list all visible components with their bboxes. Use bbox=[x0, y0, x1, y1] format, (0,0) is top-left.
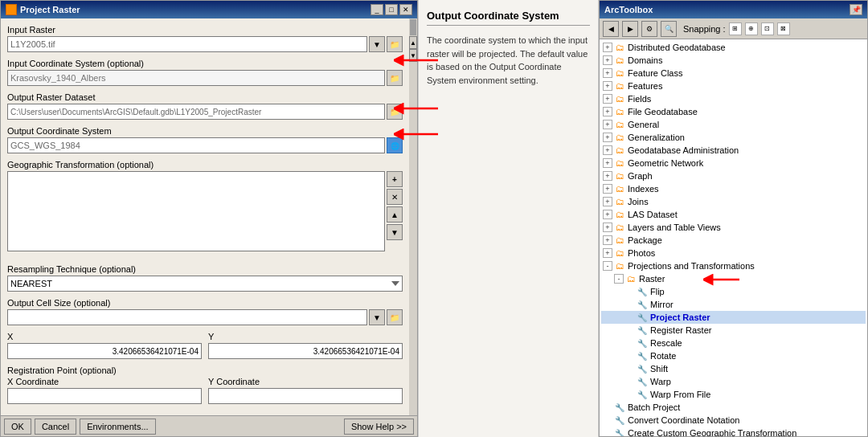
environments-button[interactable]: Environments... bbox=[80, 419, 155, 435]
transform-del-btn[interactable]: ✕ bbox=[387, 189, 403, 205]
scroll-down-btn[interactable]: ▼ bbox=[409, 49, 417, 62]
tree-expand-geometric-network[interactable]: + bbox=[603, 158, 612, 168]
output-dataset-input[interactable] bbox=[7, 104, 385, 120]
tree-item-rescale[interactable]: 🔧Rescale bbox=[601, 337, 866, 349]
tree-item-warp-from-file[interactable]: 🔧Warp From File bbox=[601, 388, 866, 401]
tree-item-fields[interactable]: +🗂Fields bbox=[601, 92, 866, 105]
tree-expand-distributed-geodatabase[interactable]: + bbox=[603, 43, 612, 52]
tree-item-joins[interactable]: +🗂Joins bbox=[601, 195, 866, 208]
output-dataset-row: 📁 bbox=[7, 104, 403, 120]
tree-item-layers-table-views[interactable]: +🗂Layers and Table Views bbox=[601, 221, 866, 234]
resampling-group: Resampling Technique (optional) NEAREST … bbox=[7, 264, 403, 292]
maximize-button[interactable]: □ bbox=[385, 4, 398, 15]
tree-expand-joins[interactable]: + bbox=[603, 197, 612, 206]
arc-options-btn[interactable]: ⚙ bbox=[641, 21, 657, 37]
snap-icon-4[interactable]: ⊠ bbox=[777, 22, 790, 35]
geo-transform-box bbox=[7, 171, 385, 251]
transform-add-btn[interactable]: + bbox=[387, 171, 403, 187]
output-dataset-browse[interactable]: 📁 bbox=[387, 104, 403, 120]
close-button[interactable]: ✕ bbox=[399, 4, 412, 15]
transform-up-btn[interactable]: ▲ bbox=[387, 206, 403, 223]
tree-item-warp[interactable]: 🔧Warp bbox=[601, 375, 866, 388]
resampling-select[interactable]: NEAREST BILINEAR CUBIC MAJORITY bbox=[7, 276, 403, 292]
tree-item-geometric-network[interactable]: +🗂Geometric Network bbox=[601, 157, 866, 169]
arc-back-btn[interactable]: ◀ bbox=[603, 21, 619, 37]
tree-expand-geodatabase-admin[interactable]: + bbox=[603, 145, 612, 155]
tree-item-convert-coordinate-notation[interactable]: 🔧Convert Coordinate Notation bbox=[601, 414, 866, 427]
tree-expand-general[interactable]: + bbox=[603, 120, 612, 129]
output-coord-btn[interactable]: 🌐 bbox=[387, 137, 403, 153]
tree-label-rotate: Rotate bbox=[650, 351, 676, 361]
y-input[interactable] bbox=[208, 343, 403, 359]
tree-item-indexes[interactable]: +🗂Indexes bbox=[601, 182, 866, 195]
arctoolbox-title: ArcToolbox bbox=[604, 5, 653, 14]
y-coord-input[interactable] bbox=[208, 388, 403, 404]
x-input[interactable] bbox=[7, 343, 202, 359]
tree-item-photos[interactable]: +🗂Photos bbox=[601, 247, 866, 259]
tree-item-project-raster[interactable]: 🔧Project Raster bbox=[601, 311, 866, 324]
cancel-button[interactable]: Cancel bbox=[35, 419, 76, 435]
info-title: Output Coordinate System bbox=[427, 10, 590, 26]
tree-label-photos: Photos bbox=[628, 248, 655, 258]
window-title: Project Raster bbox=[20, 5, 80, 14]
tree-expand-graph[interactable]: + bbox=[603, 171, 612, 181]
tree-item-batch-project[interactable]: 🔧Batch Project bbox=[601, 401, 866, 414]
output-coord-group: Output Coordinate System 🌐 bbox=[7, 126, 403, 153]
scroll-up-btn[interactable]: ▲ bbox=[409, 36, 417, 49]
tree-expand-feature-class[interactable]: + bbox=[603, 68, 612, 78]
minimize-button[interactable]: _ bbox=[371, 4, 383, 15]
tree-expand-projections-transformations[interactable]: - bbox=[603, 261, 612, 271]
arc-search-btn[interactable]: 🔍 bbox=[661, 21, 677, 37]
cell-size-input[interactable] bbox=[7, 309, 367, 325]
tree-item-shift[interactable]: 🔧Shift bbox=[601, 362, 866, 375]
tree-item-generalization[interactable]: +🗂Generalization bbox=[601, 131, 866, 144]
input-coord-input[interactable] bbox=[7, 70, 385, 86]
tree-item-features[interactable]: +🗂Features bbox=[601, 80, 866, 92]
tree-item-feature-class[interactable]: +🗂Feature Class bbox=[601, 67, 866, 80]
x-coord-input[interactable] bbox=[7, 388, 202, 404]
tree-label-geodatabase-admin: Geodatabase Administration bbox=[628, 145, 739, 155]
tree-item-package[interactable]: +🗂Package bbox=[601, 234, 866, 247]
tree-expand-file-geodatabase[interactable]: + bbox=[603, 107, 612, 116]
tree-item-las-dataset[interactable]: +🗂LAS Dataset bbox=[601, 208, 866, 221]
input-raster-browse[interactable]: 📁 bbox=[387, 36, 403, 52]
tree-item-graph[interactable]: +🗂Graph bbox=[601, 169, 866, 182]
form-scrollbar[interactable]: ▲ ▼ bbox=[409, 18, 417, 415]
snap-icon-3[interactable]: ⊡ bbox=[761, 22, 774, 35]
tree-expand-generalization[interactable]: + bbox=[603, 133, 612, 142]
arc-pin-btn[interactable]: 📌 bbox=[850, 4, 862, 15]
cell-size-btn[interactable]: ▼ bbox=[369, 309, 385, 325]
show-help-button[interactable]: Show Help >> bbox=[344, 419, 414, 435]
input-raster-dropdown[interactable]: ▼ bbox=[369, 36, 385, 52]
tree-expand-features[interactable]: + bbox=[603, 81, 612, 91]
tree-expand-fields[interactable]: + bbox=[603, 94, 612, 104]
tree-expand-las-dataset[interactable]: + bbox=[603, 210, 612, 219]
snap-icon-2[interactable]: ⊕ bbox=[745, 22, 758, 35]
tree-item-create-custom-geo[interactable]: 🔧Create Custom Geographic Transformation bbox=[601, 427, 866, 436]
tree-expand-package[interactable]: + bbox=[603, 235, 612, 245]
output-coord-input[interactable] bbox=[7, 137, 385, 153]
input-raster-input[interactable] bbox=[7, 36, 367, 52]
tree-item-rotate[interactable]: 🔧Rotate bbox=[601, 349, 866, 362]
tree-item-register-raster[interactable]: 🔧Register Raster bbox=[601, 324, 866, 337]
tree-item-domains[interactable]: +🗂Domains bbox=[601, 54, 866, 67]
tree-item-distributed-geodatabase[interactable]: +🗂Distributed Geodatabase bbox=[601, 41, 866, 54]
tree-expand-domains[interactable]: + bbox=[603, 55, 612, 65]
tree-item-geodatabase-admin[interactable]: +🗂Geodatabase Administration bbox=[601, 144, 866, 157]
tree-expand-photos[interactable]: + bbox=[603, 248, 612, 258]
tree-expand-raster-sub[interactable]: - bbox=[614, 274, 624, 284]
tree-item-projections-transformations[interactable]: -🗂Projections and Transformations bbox=[601, 259, 866, 272]
tree-item-general[interactable]: +🗂General bbox=[601, 118, 866, 131]
arc-forward-btn[interactable]: ▶ bbox=[622, 21, 638, 37]
tree-expand-layers-table-views[interactable]: + bbox=[603, 223, 612, 232]
tree-item-raster-sub[interactable]: -🗂Raster bbox=[601, 272, 866, 285]
tree-item-file-geodatabase[interactable]: +🗂File Geodatabase bbox=[601, 105, 866, 118]
snap-icon-1[interactable]: ⊞ bbox=[729, 22, 742, 35]
ok-button[interactable]: OK bbox=[4, 419, 31, 435]
input-coord-browse[interactable]: 📁 bbox=[387, 70, 403, 86]
cell-size-browse[interactable]: 📁 bbox=[387, 309, 403, 325]
tree-expand-indexes[interactable]: + bbox=[603, 184, 612, 194]
transform-down-btn[interactable]: ▼ bbox=[387, 224, 403, 240]
tree-item-flip[interactable]: 🔧Flip bbox=[601, 285, 866, 298]
tree-item-mirror[interactable]: 🔧Mirror bbox=[601, 298, 866, 311]
